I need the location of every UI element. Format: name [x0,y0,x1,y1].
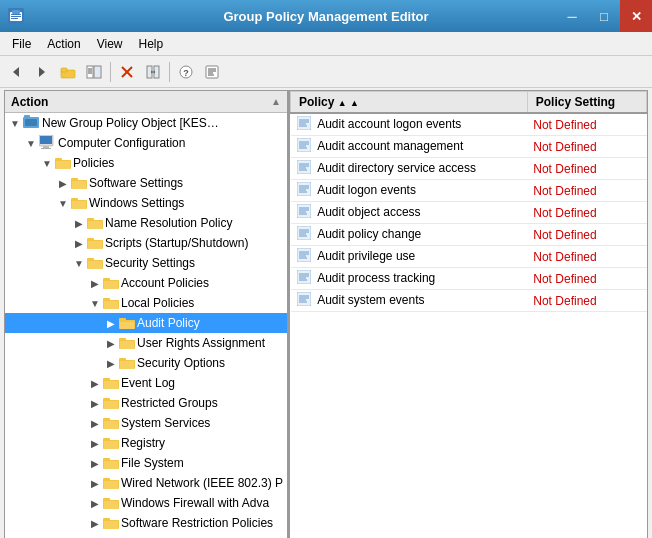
policy-name-text: Audit account management [317,139,463,153]
tree-item-software-settings[interactable]: ▶ Software Settings [5,173,287,193]
svg-rect-9 [61,68,67,72]
expand-icon[interactable]: ▶ [87,395,103,411]
tree-item-scripts[interactable]: ▶ Scripts (Startup/Shutdown) [5,233,287,253]
expand-icon[interactable]: ▶ [55,175,71,191]
policy-setting-cell: Not Defined [527,246,646,268]
sort-arrow-icon: ▲ [271,96,281,107]
content-area: Action ▲ ▼ New Group Policy Object [KESH… [4,90,648,538]
expand-icon[interactable]: ▶ [71,215,87,231]
title-bar-icon [8,8,24,24]
expand-icon[interactable]: ▼ [39,155,55,171]
policy-setting-cell: Not Defined [527,113,646,136]
tree-item-computer-config[interactable]: ▼ Computer Configuration [5,133,287,153]
tree-item-user-rights[interactable]: ▶ User Rights Assignment [5,333,287,353]
svg-rect-30 [24,115,30,119]
tree-item-system-services[interactable]: ▶ System Services [5,413,287,433]
policy-icon [297,182,311,199]
tree-item-registry[interactable]: ▶ Registry [5,433,287,453]
expand-icon[interactable]: ▼ [87,295,103,311]
svg-rect-116 [297,204,311,218]
move-button[interactable] [141,60,165,84]
svg-marker-62 [120,322,134,329]
table-row[interactable]: Audit logon events Not Defined [291,180,647,202]
table-row[interactable]: Audit directory service access Not Defin… [291,158,647,180]
policy-name-cell: Audit account logon events [291,113,528,136]
expand-icon[interactable]: ▶ [87,495,103,511]
tree-item-policies[interactable]: ▼ Policies [5,153,287,173]
policy-name-cell: Audit policy change [291,224,528,246]
svg-text:?: ? [183,68,189,78]
policy-setting-column-header: Policy Setting [527,92,646,114]
svg-rect-53 [88,261,102,269]
menu-help[interactable]: Help [131,35,172,53]
expand-icon[interactable]: ▶ [87,375,103,391]
table-row[interactable]: Audit object access Not Defined [291,202,647,224]
tree-item-local-policies[interactable]: ▼ Local Policies [5,293,287,313]
table-row[interactable]: Audit process tracking Not Defined [291,268,647,290]
policy-column-header[interactable]: Policy ▲ [291,92,528,114]
window-controls[interactable]: ─ □ ✕ [556,0,652,32]
help-button[interactable]: ? [174,60,198,84]
table-row[interactable]: Audit system events Not Defined [291,290,647,312]
policy-name-text: Audit object access [317,205,420,219]
expand-icon[interactable]: ▶ [87,455,103,471]
tree-item-security-settings[interactable]: ▼ Security Settings [5,253,287,273]
folder-icon [87,236,103,250]
svg-rect-80 [104,441,118,449]
expand-icon[interactable]: ▶ [87,515,103,531]
tree-root-item[interactable]: ▼ New Group Policy Object [KESHAVDC12.WW… [5,113,287,133]
maximize-button[interactable]: □ [588,0,620,32]
tree-item-audit-policy[interactable]: ▶ Audit Policy [5,313,287,333]
folder-icon [103,516,119,530]
tree-item-software-restriction[interactable]: ▶ Software Restriction Policies [5,513,287,533]
svg-rect-33 [40,136,52,144]
expand-icon[interactable]: ▼ [55,195,71,211]
menu-view[interactable]: View [89,35,131,53]
table-row[interactable]: Audit account management Not Defined [291,136,647,158]
properties-button[interactable] [200,60,224,84]
svg-rect-31 [25,119,37,126]
folder-icon [103,376,119,390]
tree-item-windows-settings[interactable]: ▼ Windows Settings [5,193,287,213]
tree-item-event-log[interactable]: ▶ Event Log [5,373,287,393]
tree-pane[interactable]: Action ▲ ▼ New Group Policy Object [KESH… [5,91,290,538]
back-button[interactable] [4,60,28,84]
expand-icon[interactable]: ▼ [7,115,23,131]
tree-item-restricted-groups[interactable]: ▶ Restricted Groups [5,393,287,413]
expand-icon[interactable]: ▶ [87,415,103,431]
tree-header: Action ▲ [5,91,287,113]
expand-icon[interactable]: ▼ [23,135,39,151]
up-folder-button[interactable] [56,60,80,84]
tree-item-network-access[interactable]: ▶ Network Access Protection [5,533,287,538]
expand-icon[interactable]: ▶ [103,355,119,371]
expand-icon[interactable]: ▶ [87,435,103,451]
tree-item-file-system[interactable]: ▶ File System [5,453,287,473]
tree-item-windows-firewall[interactable]: ▶ Windows Firewall with Adva [5,493,287,513]
svg-rect-83 [104,461,118,469]
table-row[interactable]: Audit account logon events Not Defined [291,113,647,136]
menu-action[interactable]: Action [39,35,88,53]
forward-button[interactable] [30,60,54,84]
table-row[interactable]: Audit privilege use Not Defined [291,246,647,268]
delete-button[interactable] [115,60,139,84]
expand-icon[interactable]: ▶ [103,315,119,331]
show-hide-button[interactable] [82,60,106,84]
tree-item-security-options[interactable]: ▶ Security Options [5,353,287,373]
folder-icon [103,496,119,510]
minimize-button[interactable]: ─ [556,0,588,32]
table-row[interactable]: Audit policy change Not Defined [291,224,647,246]
tree-item-account-policies[interactable]: ▶ Account Policies [5,273,287,293]
expand-icon[interactable]: ▶ [87,475,103,491]
tree-item-wired-network[interactable]: ▶ Wired Network (IEEE 802.3) P [5,473,287,493]
menu-file[interactable]: File [4,35,39,53]
close-button[interactable]: ✕ [620,0,652,32]
expand-icon[interactable]: ▶ [103,335,119,351]
tree-item-name-resolution[interactable]: ▶ Name Resolution Policy [5,213,287,233]
expand-icon[interactable]: ▶ [87,275,103,291]
svg-rect-121 [297,226,311,240]
expand-icon[interactable]: ▶ [71,235,87,251]
svg-rect-65 [120,341,134,349]
policy-icon [297,292,311,309]
expand-icon[interactable]: ▼ [71,255,87,271]
folder-icon [103,276,119,290]
